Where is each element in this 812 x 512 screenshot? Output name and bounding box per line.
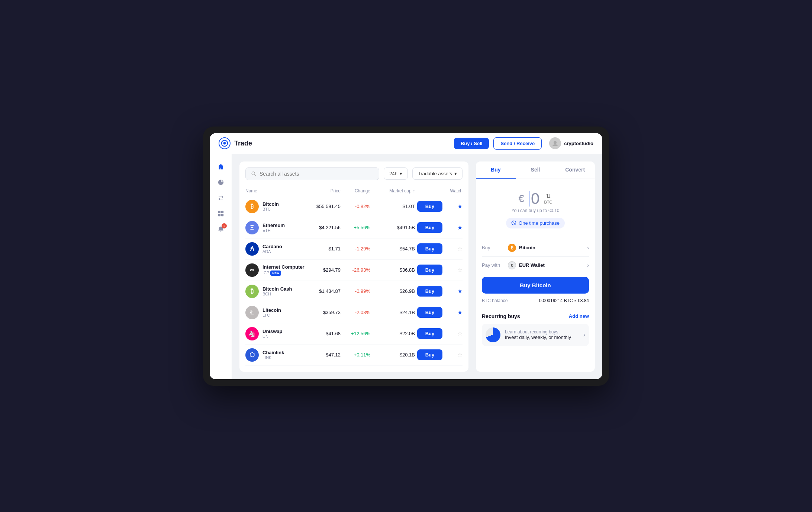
tab-sell[interactable]: Sell bbox=[516, 161, 555, 179]
username-label: cryptostudio bbox=[564, 141, 593, 146]
order-buy-row[interactable]: Buy ₿ Bitcoin › bbox=[482, 239, 589, 256]
watch-star[interactable]: ☆ bbox=[457, 352, 463, 358]
asset-info: Cardano ADA bbox=[262, 244, 282, 254]
asset-symbol: BTC bbox=[262, 207, 279, 211]
table-row[interactable]: ⬡ Chainlink LINK $47.12 +0.11% $20.1B Bu… bbox=[245, 345, 463, 366]
table-row[interactable]: 🦄 Uniswap UNI $41.68 +12.56% $22.0B Buy … bbox=[245, 323, 463, 345]
table-row[interactable]: ₳ Cardano ADA $1.71 -1.29% $54.7B Buy ☆ bbox=[245, 239, 463, 260]
watch-star[interactable]: ★ bbox=[457, 203, 463, 209]
asset-marketcap: $54.7B bbox=[370, 246, 415, 252]
asset-marketcap: $36.8B bbox=[370, 267, 415, 273]
asset-price: $4,221.56 bbox=[305, 225, 341, 230]
asset-icon: ₿ bbox=[245, 285, 259, 298]
asset-name: Cardano bbox=[262, 244, 282, 249]
asset-watch-cell: ☆ bbox=[445, 245, 463, 252]
asset-symbol: ETH bbox=[262, 228, 285, 233]
asset-info: Bitcoin Cash BCH bbox=[262, 286, 292, 296]
bitcoin-icon: ₿ bbox=[508, 244, 516, 252]
recurring-text: Learn about recurring buys Invest daily,… bbox=[505, 329, 579, 340]
asset-buy-button[interactable]: Buy bbox=[417, 201, 443, 212]
table-row[interactable]: ∞ Internet Computer ICP New $294.79 -26.… bbox=[245, 260, 463, 281]
watch-star[interactable]: ★ bbox=[457, 224, 463, 231]
asset-symbol: LINK bbox=[262, 355, 284, 360]
asset-buy-cell: Buy bbox=[415, 328, 445, 339]
watch-star[interactable]: ★ bbox=[457, 288, 463, 294]
amount-display: € 0 ⇅ BTC bbox=[482, 185, 589, 208]
app-container: Trade Buy / Sell Send / Receive cryptost… bbox=[210, 133, 602, 379]
asset-marketcap: $491.5B bbox=[370, 225, 415, 230]
recurring-card[interactable]: Learn about recurring buys Invest daily,… bbox=[482, 324, 589, 346]
asset-buy-button[interactable]: Buy bbox=[417, 243, 443, 254]
btc-balance-row: BTC balance 0.00019214 BTC ≈ €8.84 bbox=[482, 297, 589, 308]
asset-buy-button[interactable]: Buy bbox=[417, 286, 443, 297]
asset-icon: ₿ bbox=[245, 200, 259, 213]
asset-buy-button[interactable]: Buy bbox=[417, 328, 443, 339]
asset-symbol: ADA bbox=[262, 249, 282, 254]
search-input[interactable] bbox=[260, 171, 374, 177]
col-marketcap: Market cap ↕ bbox=[370, 188, 415, 193]
currency-symbol: € bbox=[519, 193, 525, 205]
sidebar-item-dashboard[interactable] bbox=[214, 207, 228, 220]
svg-rect-5 bbox=[218, 214, 220, 216]
asset-panel: 24h ▾ Tradable assets ▾ Name Price Chang… bbox=[239, 161, 468, 372]
asset-buy-button[interactable]: Buy bbox=[417, 349, 443, 360]
asset-buy-button[interactable]: Buy bbox=[417, 265, 443, 275]
asset-price: $55,591.45 bbox=[305, 204, 341, 209]
sidebar-item-transfer[interactable] bbox=[214, 191, 228, 205]
btc-toggle[interactable]: ⇅ BTC bbox=[544, 193, 552, 204]
asset-buy-cell: Buy bbox=[415, 307, 445, 318]
table-row[interactable]: ₿ Bitcoin BTC $55,591.45 -0.82% $1.0T Bu… bbox=[245, 196, 463, 217]
asset-name: Chainlink bbox=[262, 350, 284, 355]
tab-convert[interactable]: Convert bbox=[555, 161, 595, 179]
tab-buy[interactable]: Buy bbox=[476, 161, 516, 179]
btc-label: BTC bbox=[544, 200, 552, 204]
sidebar-item-notifications[interactable]: 1 bbox=[214, 223, 228, 236]
notification-badge: 1 bbox=[222, 223, 227, 228]
category-filter[interactable]: Tradable assets ▾ bbox=[412, 167, 463, 180]
device-frame: Trade Buy / Sell Send / Receive cryptost… bbox=[203, 127, 609, 386]
timeframe-filter[interactable]: 24h ▾ bbox=[384, 167, 408, 180]
sidebar-item-home[interactable] bbox=[214, 160, 228, 173]
btc-balance-label: BTC balance bbox=[482, 298, 508, 303]
asset-change: +0.11% bbox=[341, 352, 370, 358]
asset-name: Uniswap bbox=[262, 329, 282, 334]
asset-price: $41.68 bbox=[305, 331, 341, 336]
right-panel-body: € 0 ⇅ BTC You can buy up to €0.10 bbox=[476, 179, 595, 372]
asset-buy-button[interactable]: Buy bbox=[417, 307, 443, 318]
asset-buy-cell: Buy bbox=[415, 349, 445, 360]
tab-row: Buy Sell Convert bbox=[476, 161, 595, 179]
watch-star[interactable]: ☆ bbox=[457, 246, 463, 252]
add-new-link[interactable]: Add new bbox=[569, 313, 589, 319]
watch-star[interactable]: ☆ bbox=[457, 267, 463, 273]
asset-watch-cell: ★ bbox=[445, 288, 463, 295]
nav-actions: Buy / Sell Send / Receive cryptostudio bbox=[454, 137, 593, 150]
send-receive-button[interactable]: Send / Receive bbox=[493, 137, 542, 150]
table-row[interactable]: Ł Litecoin LTC $359.73 -2.03% $24.1B Buy… bbox=[245, 302, 463, 323]
asset-info: Ethereum ETH bbox=[262, 223, 285, 233]
order-pay-row[interactable]: Pay with € EUR Wallet › bbox=[482, 256, 589, 274]
buy-sell-button[interactable]: Buy / Sell bbox=[454, 138, 489, 149]
asset-marketcap: $20.1B bbox=[370, 352, 415, 358]
watch-star[interactable]: ★ bbox=[457, 309, 463, 316]
content-area: 24h ▾ Tradable assets ▾ Name Price Chang… bbox=[232, 154, 602, 379]
recurring-card-sub: Invest daily, weekly, or monthly bbox=[505, 335, 579, 340]
amount-value[interactable]: 0 bbox=[529, 191, 539, 207]
order-buy-value: ₿ Bitcoin › bbox=[508, 244, 589, 252]
one-time-purchase-button[interactable]: One time purchase bbox=[506, 218, 565, 228]
watch-star[interactable]: ☆ bbox=[457, 330, 463, 337]
asset-icon: Ξ bbox=[245, 221, 259, 234]
sidebar-item-portfolio[interactable] bbox=[214, 176, 228, 189]
col-name: Name bbox=[245, 188, 305, 193]
table-row[interactable]: Ξ Ethereum ETH $4,221.56 +5.56% $491.5B … bbox=[245, 217, 463, 239]
asset-rows-container: ₿ Bitcoin BTC $55,591.45 -0.82% $1.0T Bu… bbox=[245, 196, 463, 366]
asset-marketcap: $24.1B bbox=[370, 310, 415, 315]
table-row[interactable]: ₿ Bitcoin Cash BCH $1,434.87 -0.99% $26.… bbox=[245, 281, 463, 302]
search-box[interactable] bbox=[245, 167, 379, 180]
asset-buy-button[interactable]: Buy bbox=[417, 222, 443, 233]
recurring-card-title: Learn about recurring buys bbox=[505, 329, 579, 335]
new-badge: New bbox=[270, 271, 281, 276]
asset-symbol: LTC bbox=[262, 313, 281, 317]
user-area[interactable]: cryptostudio bbox=[549, 137, 593, 149]
logo-area: Trade bbox=[219, 137, 454, 149]
buy-bitcoin-button[interactable]: Buy Bitcoin bbox=[482, 277, 589, 294]
